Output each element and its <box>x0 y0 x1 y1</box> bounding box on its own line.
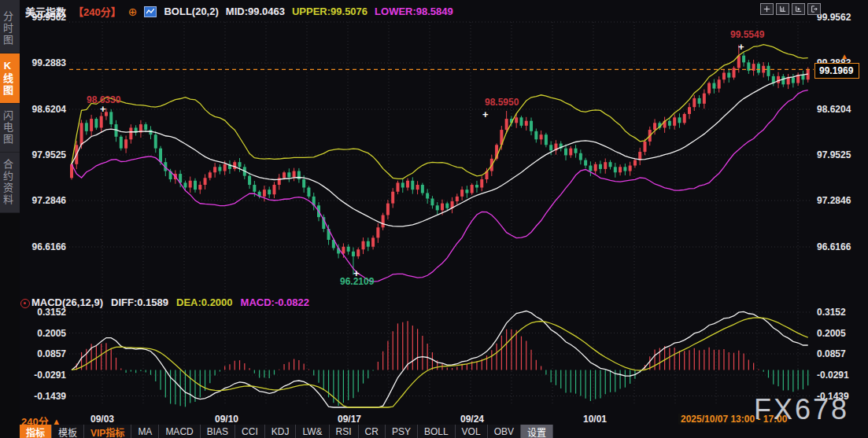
chart-canvas[interactable] <box>0 0 868 438</box>
price-axis-label: 97.9525 <box>817 149 866 160</box>
price-axis-label: 97.2846 <box>817 195 866 206</box>
toolbar-item-cr[interactable]: CR <box>359 425 386 438</box>
price-axis-label: 98.6204 <box>817 104 866 115</box>
toolbar-item-vol[interactable]: VOL <box>456 425 488 438</box>
last-price-tag: 99.1969 <box>814 63 859 79</box>
x-axis-date: 10/01 <box>571 414 619 425</box>
crosshair-marker: + <box>482 111 489 119</box>
macd-axis-label: -0.0291 <box>22 370 66 381</box>
macd-axis-label: -0.1439 <box>22 391 66 402</box>
toolbar-item-obv[interactable]: OBV <box>488 425 521 438</box>
boll-indicator-label: BOLL(20,2) <box>164 6 218 17</box>
crosshair-marker: + <box>738 43 744 51</box>
boll-mid-value: MID:99.0463 <box>226 6 285 17</box>
toolbar-item-boll[interactable]: BOLL <box>418 425 456 438</box>
macd-diff-value: DIFF:0.1589 <box>111 296 168 308</box>
price-alert-icon[interactable]: ▲ <box>840 52 848 61</box>
macd-title: MACD(26,12,9) <box>31 296 103 308</box>
x-axis-date: 09/17 <box>326 414 373 425</box>
price-axis-label: 97.2846 <box>22 195 66 206</box>
toolbar-item-kdj[interactable]: KDJ <box>265 425 297 438</box>
trading-terminal: 分时图 K线图 闪电图 合约资料 美元指数 【240分】 ⊕ BOLL(20,2… <box>0 0 868 438</box>
sidebar: 分时图 K线图 闪电图 合约资料 <box>0 0 20 438</box>
macd-dea-value: DEA:0.2000 <box>176 296 233 308</box>
price-axis-label: 97.9525 <box>22 149 66 160</box>
macd-header: MACD(26,12,9) DIFF:0.1589 DEA:0.2000 MAC… <box>31 296 309 308</box>
x-axis-row: 240分 ▲ 09/03 09/10 09/17 09/24 10/01 202… <box>0 411 868 425</box>
macd-axis-label: 0.3152 <box>22 307 66 318</box>
crosshair-marker: + <box>353 270 360 278</box>
toolbar-item-template[interactable]: 模板 <box>52 425 84 438</box>
fx678-watermark: FX678 <box>754 393 849 426</box>
toolbar-item-settings[interactable]: 设置 <box>521 425 553 438</box>
price-axis-label: 96.6166 <box>22 241 66 252</box>
macd-axis-label: 0.2005 <box>817 328 866 339</box>
crosshair-marker: + <box>100 105 106 113</box>
macd-hist-value: MACD:-0.0822 <box>241 296 309 308</box>
panel-exit-icon[interactable] <box>807 3 821 15</box>
sidebar-tabs: 分时图 K线图 闪电图 合约资料 <box>0 0 20 213</box>
chart-header: 美元指数 【240分】 ⊕ BOLL(20,2) MID:99.0463 UPP… <box>25 4 453 19</box>
price-axis-label: 99.9562 <box>817 12 866 23</box>
high-annotation: 99.5549 <box>730 29 764 40</box>
indicator-toolbar: 指标 模板 VIP指标 MA MACD BIAS CCI KDJ LW& RSI… <box>20 425 553 438</box>
x-axis-date: 09/24 <box>449 414 496 425</box>
toolbar-item-indicator[interactable]: 指标 <box>20 425 52 438</box>
price-axis-label: 99.2883 <box>22 57 66 68</box>
macd-axis-label: 0.3152 <box>817 307 866 318</box>
macd-axis-label: -0.0291 <box>817 370 866 381</box>
x-axis-date: 09/03 <box>79 414 126 425</box>
toolbar-item-ma[interactable]: MA <box>131 425 159 438</box>
macd-axis-label: 0.0857 <box>817 348 866 359</box>
macd-axis-label: 0.0857 <box>22 348 66 359</box>
macd-alert-icon[interactable] <box>20 299 30 308</box>
period-label: 【240分】 <box>73 4 121 19</box>
toolbar-item-psy[interactable]: PSY <box>386 425 418 438</box>
macd-axis-label: 0.2005 <box>22 328 66 339</box>
toolbar-item-rsi[interactable]: RSI <box>330 425 359 438</box>
sidebar-item-contract-info[interactable]: 合约资料 <box>0 153 20 213</box>
symbol-name: 美元指数 <box>25 4 66 19</box>
chart-tool-icons <box>760 3 821 15</box>
sidebar-item-kline-chart[interactable]: K线图 <box>0 53 20 104</box>
x-axis-date: 09/10 <box>203 414 250 425</box>
toolbar-item-bias[interactable]: BIAS <box>201 425 235 438</box>
toolbar-item-vip-indicator[interactable]: VIP指标 <box>84 425 131 438</box>
toolbar-item-lw[interactable]: LW& <box>296 425 329 438</box>
toolbar-item-macd[interactable]: MACD <box>159 425 200 438</box>
sidebar-item-lightning-chart[interactable]: 闪电图 <box>0 104 20 153</box>
axis-scale-icon[interactable] <box>776 3 789 15</box>
high-annotation: 98.5950 <box>485 97 519 108</box>
sidebar-item-timeline-chart[interactable]: 分时图 <box>0 5 20 53</box>
price-axis-label: 96.6166 <box>817 241 866 252</box>
crosshair-icon[interactable] <box>760 3 774 15</box>
add-indicator-icon[interactable]: ⊕ <box>128 6 138 18</box>
axis-play-icon[interactable] <box>792 3 805 15</box>
chart-type-icon[interactable] <box>144 6 157 17</box>
boll-lower-value: LOWER:98.5849 <box>375 6 453 17</box>
boll-upper-value: UPPER:99.5076 <box>292 6 368 17</box>
price-axis-label: 98.6204 <box>22 104 66 115</box>
toolbar-item-cci[interactable]: CCI <box>235 425 265 438</box>
